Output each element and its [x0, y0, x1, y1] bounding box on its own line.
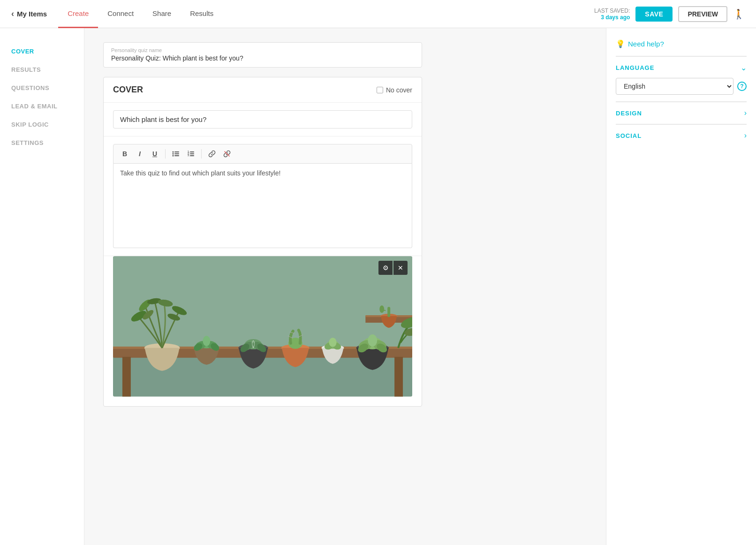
social-chevron-icon: ›: [744, 131, 747, 140]
svg-line-12: [225, 151, 229, 156]
svg-rect-1: [174, 151, 179, 152]
tab-results[interactable]: Results: [181, 0, 223, 28]
sidebar: COVER RESULTS QUESTIONS LEAD & EMAIL SKI…: [0, 28, 84, 545]
svg-point-61: [379, 305, 384, 313]
language-select-wrapper: English Spanish French German Portuguese…: [616, 78, 747, 95]
cursor-icon[interactable]: 🚶: [733, 8, 745, 20]
language-select[interactable]: English Spanish French German Portuguese…: [616, 78, 733, 95]
toolbar-divider-1: [165, 149, 166, 159]
back-link[interactable]: ‹ My Items: [11, 9, 47, 19]
sidebar-item-settings[interactable]: SETTINGS: [0, 134, 84, 152]
social-section-header[interactable]: SOCIAL ›: [616, 131, 747, 140]
language-section: LANGUAGE ⌄ English Spanish French German…: [616, 56, 747, 101]
back-label: My Items: [17, 10, 47, 18]
language-section-title: LANGUAGE: [616, 64, 654, 71]
svg-point-4: [173, 155, 174, 157]
unlink-button[interactable]: [220, 147, 234, 160]
top-nav: ‹ My Items Create Connect Share Results …: [0, 0, 756, 28]
svg-rect-9: [190, 153, 194, 154]
nav-tabs: Create Connect Share Results: [58, 0, 594, 28]
quiz-name-field: Personality quiz name: [103, 42, 422, 68]
page-layout: COVER RESULTS QUESTIONS LEAD & EMAIL SKI…: [0, 28, 756, 545]
language-help-icon[interactable]: ?: [737, 82, 747, 91]
image-remove-button[interactable]: ✕: [393, 261, 408, 275]
svg-point-49: [329, 338, 337, 347]
svg-rect-60: [387, 307, 390, 317]
right-panel: 💡 Need help? LANGUAGE ⌄ English Spanish …: [606, 28, 756, 545]
svg-point-0: [173, 151, 174, 153]
sidebar-item-cover[interactable]: COVER: [0, 42, 84, 61]
no-cover-checkbox[interactable]: [377, 87, 383, 93]
image-area: ⚙ ✕: [113, 256, 412, 397]
svg-rect-18: [394, 357, 403, 397]
svg-point-2: [173, 153, 174, 155]
svg-rect-14: [113, 256, 412, 349]
cover-card: COVER No cover B I U: [103, 77, 422, 407]
cover-card-title: COVER: [113, 85, 143, 95]
social-section: SOCIAL ›: [616, 124, 747, 146]
tab-connect[interactable]: Connect: [98, 0, 143, 28]
editor-toolbar: B I U 1.2.3.: [113, 144, 412, 164]
rich-editor: B I U 1.2.3.: [104, 136, 422, 256]
editor-body[interactable]: Take this quiz to find out which plant s…: [113, 164, 412, 248]
lightbulb-icon: 💡: [616, 39, 625, 48]
language-section-header[interactable]: LANGUAGE ⌄: [616, 63, 747, 72]
link-button[interactable]: [205, 147, 219, 160]
bullet-list-button[interactable]: [169, 147, 182, 160]
quiz-name-input[interactable]: [111, 54, 414, 62]
design-section: DESIGN ›: [616, 101, 747, 124]
cover-card-header: COVER No cover: [104, 77, 422, 103]
main-content: Personality quiz name COVER No cover B: [84, 28, 606, 545]
last-saved: LAST SAVED: 3 days ago: [594, 8, 630, 21]
quiz-name-label: Personality quiz name: [111, 47, 414, 53]
nav-right: LAST SAVED: 3 days ago SAVE PREVIEW 🚶: [594, 6, 745, 22]
svg-line-62: [382, 310, 386, 310]
svg-text:3.: 3.: [188, 154, 190, 157]
back-arrow-icon: ‹: [11, 9, 14, 19]
svg-rect-17: [122, 357, 131, 397]
cover-image: [113, 256, 412, 397]
no-cover-label[interactable]: No cover: [377, 86, 412, 94]
title-input-wrapper: [104, 103, 422, 136]
sidebar-item-results[interactable]: RESULTS: [0, 61, 84, 79]
title-input[interactable]: [113, 110, 412, 129]
toolbar-divider-2: [201, 149, 202, 159]
sidebar-item-lead-email[interactable]: LEAD & EMAIL: [0, 97, 84, 115]
preview-button[interactable]: PREVIEW: [678, 6, 727, 22]
tab-share[interactable]: Share: [143, 0, 181, 28]
image-settings-button[interactable]: ⚙: [378, 261, 393, 275]
svg-point-56: [368, 334, 377, 347]
social-section-title: SOCIAL: [616, 132, 642, 139]
tab-create[interactable]: Create: [58, 0, 98, 28]
sidebar-item-questions[interactable]: QUESTIONS: [0, 79, 84, 97]
svg-point-33: [203, 336, 210, 346]
image-controls: ⚙ ✕: [378, 261, 408, 275]
sidebar-item-skip-logic[interactable]: SKIP LOGIC: [0, 115, 84, 134]
bold-button[interactable]: B: [118, 147, 131, 160]
svg-rect-3: [174, 153, 179, 154]
svg-rect-5: [174, 155, 179, 156]
design-section-header[interactable]: DESIGN ›: [616, 109, 747, 117]
language-chevron-icon: ⌄: [741, 63, 747, 72]
design-chevron-icon: ›: [744, 109, 747, 117]
italic-button[interactable]: I: [133, 147, 146, 160]
svg-rect-11: [190, 155, 194, 156]
need-help-link[interactable]: 💡 Need help?: [616, 39, 747, 48]
design-section-title: DESIGN: [616, 110, 642, 117]
save-button[interactable]: SAVE: [635, 7, 673, 22]
underline-button[interactable]: U: [148, 147, 161, 160]
svg-rect-7: [190, 151, 194, 152]
numbered-list-button[interactable]: 1.2.3.: [184, 147, 197, 160]
